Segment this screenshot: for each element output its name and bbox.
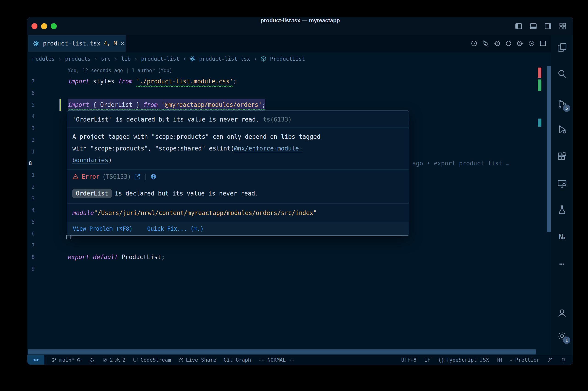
gitflow-item[interactable] [89,357,95,363]
line-number: 5 [27,99,35,111]
nav-back-icon[interactable] [494,40,501,47]
prettier-label: Prettier [515,357,540,363]
braces-icon: {} [438,357,444,363]
eol-item[interactable]: LF [424,357,430,363]
notifications-item[interactable] [561,357,566,363]
identifier-orderlist: OrderList [100,101,133,108]
timeline-history-icon[interactable] [471,40,478,47]
editor-actions [471,35,558,52]
breadcrumb-item-modules[interactable]: modules [32,56,55,62]
remote-explorer-icon[interactable] [555,177,569,191]
symbol-cube-icon [260,56,266,62]
identifier-styles: styles [89,78,118,85]
problems-item[interactable]: 2 2 [102,357,126,363]
remote-indicator[interactable]: >< [27,355,44,365]
titlebar: product-list.tsx — myreactapp [27,17,573,35]
git-graph-item[interactable]: Git Graph [224,357,251,363]
keyword-import: import [68,78,89,85]
hover-header-code: ts(6133) [263,116,292,123]
breadcrumb-item-symbol[interactable]: ProductList [270,56,305,62]
view-problem-button[interactable]: View Problem (⌥F8) [73,226,133,232]
vertical-scrollbar[interactable] [547,66,551,232]
toggle-secondary-sidebar-icon[interactable] [544,22,552,30]
close-button[interactable] [31,23,37,29]
line-number: 5 [27,216,35,228]
breadcrumb-item-product-list[interactable]: product-list [141,56,179,62]
git-branch-item[interactable]: main* [52,357,82,363]
tab-close-icon[interactable]: × [120,40,124,47]
tab-label: product-list.tsx [43,40,100,47]
breadcrumb-item-lib[interactable]: lib [121,56,131,62]
settings-badge: 1 [563,337,570,344]
breadcrumb-separator: › [134,55,138,62]
split-editor-icon[interactable] [540,40,546,47]
settings-gear-icon[interactable]: 1 [555,329,569,343]
screenshot-stage: product-list.tsx — myreactapp product-li… [0,0,588,391]
inline-blame-annotation: ago • export product list … [412,158,509,169]
vim-mode-indicator[interactable]: -- NORMAL -- [258,357,295,363]
encoding-item[interactable]: UTF-8 [401,357,417,363]
code-line-import-orderlist: import { OrderList } from '@myreactapp/m… [68,99,265,111]
editor-pane[interactable]: You, 12 seconds ago | 1 author (You) 7 6… [27,66,551,355]
toggle-panel-icon[interactable] [529,22,537,30]
line-number: 3 [27,122,35,134]
tab-problems-badge: 4, M [104,40,117,47]
tabbar: product-list.tsx 4, M × [27,35,573,52]
live-share-label: Live Share [186,357,216,363]
keyword-from: from [143,101,158,108]
line-number: 3 [27,193,35,204]
eslint-message-line2: with "scope:products", "scope:shared" es… [72,143,404,154]
tab-product-list[interactable]: product-list.tsx 4, M × [28,35,126,52]
prettier-item[interactable]: ✓ Prettier [510,357,540,363]
codestream-item[interactable]: CodeStream [133,357,171,363]
live-share-item[interactable]: Live Share [178,357,216,363]
divider: | [144,173,147,180]
extensions-icon[interactable] [555,150,569,164]
source-control-icon[interactable]: 5 [555,97,569,111]
line-number: 6 [27,228,35,240]
quick-fix-button[interactable]: Quick Fix... (⌘.) [147,226,204,232]
customize-layout-icon[interactable] [559,22,567,30]
error-count: 2 [110,357,113,363]
nav-forward-icon[interactable] [516,40,523,47]
breadcrumb-item-src[interactable]: src [101,56,111,62]
eslint-rule-link[interactable]: @nx/enforce-module- [234,145,302,152]
eslint-rule-link[interactable]: boundaries [72,157,108,164]
explorer-icon[interactable] [555,40,569,54]
hover-resize-handle[interactable] [66,235,71,239]
check-icon: ✓ [510,357,513,363]
branch-name: main* [59,357,75,363]
overview-ruler-error-mark [538,68,541,78]
toggle-primary-sidebar-icon[interactable] [515,22,522,30]
feedback-item[interactable] [547,357,553,363]
breadcrumb-item-products[interactable]: products [65,56,91,62]
git-compare-icon[interactable] [482,40,489,47]
breadcrumb-item-file[interactable]: product-list.tsx [199,56,250,62]
accounts-icon[interactable] [555,306,569,320]
run-file-icon[interactable] [528,40,535,47]
hover-module-row: module"/Users/juri/nrwl/content/myreacta… [67,203,409,222]
center-marker-icon[interactable] [505,40,512,47]
language-mode-item[interactable]: {} TypeScript JSX [438,357,489,363]
extension-status-item[interactable] [497,357,502,363]
line-number: 2 [27,134,35,146]
breadcrumb-separator: › [183,55,186,62]
minimize-button[interactable] [41,23,47,29]
globe-icon[interactable] [150,174,157,180]
open-external-icon[interactable] [134,174,140,180]
run-debug-icon[interactable] [555,122,569,136]
more-views-icon[interactable]: ⋯ [555,257,569,271]
hover-header: 'OrderList' is declared but its value is… [67,111,409,128]
module-path-string: "/Users/juri/nrwl/content/myreactapp/mod… [94,209,317,216]
zoom-button[interactable] [51,23,57,29]
nx-console-icon[interactable]: Nx [555,230,569,244]
chip-message: is declared but its value is never read. [115,190,259,197]
extension-grid-icon [497,357,502,363]
search-icon[interactable] [555,67,569,81]
codelens-blame[interactable]: You, 12 seconds ago | 1 author (You) [68,68,172,73]
horizontal-scrollbar[interactable] [28,349,536,355]
identifier-productlist: ProductList [118,254,161,261]
breadcrumb: modules › products › src › lib › product… [27,52,573,66]
testing-flask-icon[interactable] [555,203,569,217]
gitflow-icon [89,357,95,363]
